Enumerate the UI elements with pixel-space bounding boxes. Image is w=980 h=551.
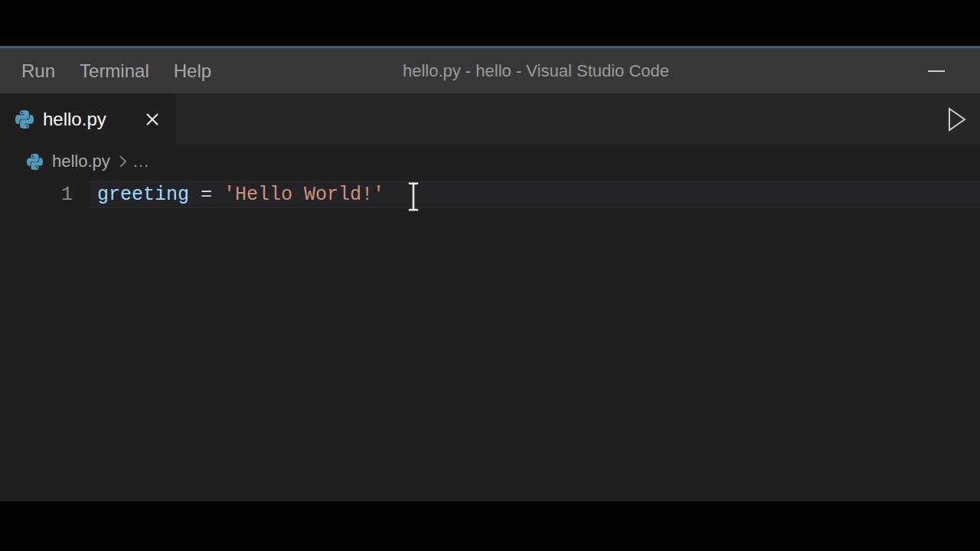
breadcrumb-item-symbol[interactable]: ... bbox=[133, 152, 149, 171]
run-file-button[interactable] bbox=[940, 93, 974, 145]
menu-item-terminal[interactable]: Terminal bbox=[67, 48, 162, 93]
window-title: hello.py - hello - Visual Studio Code bbox=[403, 48, 669, 93]
menu-item-help[interactable]: Help bbox=[162, 48, 224, 93]
close-icon[interactable] bbox=[141, 108, 164, 131]
title-bar: Run Terminal Help hello.py - hello - Vis… bbox=[0, 48, 980, 93]
token-variable: greeting bbox=[97, 184, 189, 206]
chevron-right-icon bbox=[118, 155, 127, 168]
line-number: 1 bbox=[0, 181, 73, 208]
i-beam-pointer-icon bbox=[403, 181, 424, 213]
minimize-button[interactable] bbox=[919, 48, 954, 93]
letterbox-bottom bbox=[0, 501, 980, 551]
menu-bar: Run Terminal Help bbox=[21, 48, 224, 93]
menu-item-run[interactable]: Run bbox=[21, 48, 67, 93]
tab-hello-py[interactable]: hello.py bbox=[0, 93, 176, 145]
python-icon bbox=[15, 110, 34, 129]
breadcrumb-item-file[interactable]: hello.py bbox=[52, 152, 110, 171]
letterbox-top bbox=[0, 0, 980, 46]
python-icon bbox=[27, 154, 43, 170]
editor-area[interactable]: 1 greeting = 'Hello World!' bbox=[0, 178, 980, 501]
window-controls bbox=[919, 48, 954, 93]
token-string: 'Hello World!' bbox=[224, 184, 384, 206]
editor-tab-bar: hello.py bbox=[0, 93, 980, 145]
minimize-dash-icon bbox=[928, 70, 945, 72]
code-text[interactable]: greeting = 'Hello World!' bbox=[97, 181, 384, 208]
breadcrumb: hello.py ... bbox=[0, 145, 980, 178]
vscode-window: Run Terminal Help hello.py - hello - Vis… bbox=[0, 0, 980, 551]
token-operator: = bbox=[189, 184, 224, 206]
code-line-1: 1 greeting = 'Hello World!' bbox=[0, 181, 980, 208]
tab-label: hello.py bbox=[43, 109, 106, 130]
play-icon bbox=[947, 106, 967, 132]
